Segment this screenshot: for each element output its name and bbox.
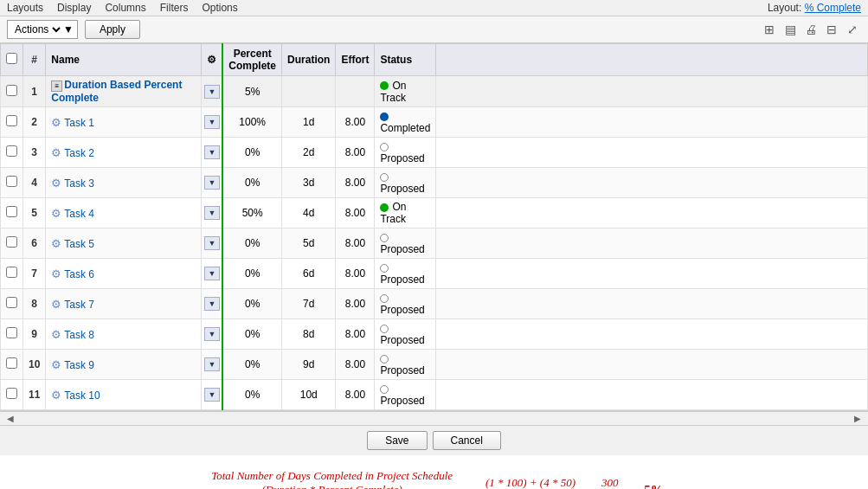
row-checkbox-cell[interactable] <box>1 350 23 380</box>
row-num: 7 <box>23 259 46 289</box>
row-name-link[interactable]: Task 9 <box>64 359 94 371</box>
row-dropdown-arrow[interactable]: ▼ <box>204 357 220 371</box>
print-icon[interactable]: 🖨 <box>802 21 820 38</box>
row-dropdown-cell[interactable]: ▼ <box>202 319 223 350</box>
row-checkbox[interactable] <box>6 145 17 157</box>
formula-equals-3: = <box>627 486 634 490</box>
status-dot-icon <box>380 385 389 394</box>
row-dropdown-cell[interactable]: ▼ <box>202 259 223 289</box>
row-duration: 6d <box>282 259 336 289</box>
row-name-link[interactable]: Task 1 <box>64 117 94 129</box>
row-dropdown-arrow[interactable]: ▼ <box>204 115 220 129</box>
menu-filters[interactable]: Filters <box>160 2 189 14</box>
row-checkbox-cell[interactable] <box>1 168 23 198</box>
expand-icon[interactable]: ⤢ <box>844 21 861 38</box>
select-all-checkbox[interactable] <box>6 53 17 64</box>
row-num: 3 <box>23 138 46 168</box>
header-pct-complete: PercentComplete <box>222 44 281 76</box>
row-name-link[interactable]: Task 5 <box>64 238 94 250</box>
row-checkbox[interactable] <box>6 85 17 96</box>
row-checkbox[interactable] <box>6 176 17 187</box>
row-status: Proposed <box>375 228 436 259</box>
row-dropdown-arrow[interactable]: ▼ <box>204 145 220 159</box>
row-dropdown-arrow[interactable]: ▼ <box>204 206 220 220</box>
row-dropdown-cell[interactable]: ▼ <box>202 138 223 168</box>
row-dropdown-arrow[interactable]: ▼ <box>204 327 220 341</box>
scroll-left-icon[interactable]: ◀ <box>7 414 14 423</box>
row-effort: 8.00 <box>336 259 375 289</box>
row-duration <box>282 76 336 107</box>
row-dropdown-cell[interactable]: ▼ <box>202 168 223 198</box>
scroll-right-icon[interactable]: ▶ <box>854 414 861 423</box>
cancel-button[interactable]: Cancel <box>433 431 501 450</box>
row-dropdown-cell[interactable]: ▼ <box>202 198 223 228</box>
row-dropdown-arrow[interactable]: ▼ <box>204 236 220 250</box>
row-duration: 8d <box>282 319 336 350</box>
menu-columns[interactable]: Columns <box>105 2 145 14</box>
menu-display[interactable]: Display <box>57 2 91 14</box>
status-dot-icon <box>380 173 389 182</box>
actions-select[interactable]: Actions ▼ <box>7 20 78 39</box>
row-checkbox-cell[interactable] <box>1 138 23 168</box>
row-checkbox[interactable] <box>6 297 17 308</box>
row-checkbox[interactable] <box>6 267 17 278</box>
actions-dropdown[interactable]: Actions <box>11 23 63 36</box>
row-checkbox-cell[interactable] <box>1 380 23 410</box>
row-name-link[interactable]: Task 2 <box>64 147 94 159</box>
row-checkbox-cell[interactable] <box>1 107 23 138</box>
header-checkbox[interactable] <box>1 44 23 76</box>
row-checkbox[interactable] <box>6 115 17 126</box>
grid-icon[interactable]: ⊞ <box>761 21 778 38</box>
row-name-cell: ⚙Task 10 <box>46 380 202 410</box>
row-dropdown-arrow[interactable]: ▼ <box>204 176 220 190</box>
row-dropdown-cell[interactable]: ▼ <box>202 289 223 319</box>
row-pct-complete: 0% <box>222 380 281 410</box>
row-checkbox[interactable] <box>6 236 17 248</box>
save-button[interactable]: Save <box>367 431 427 450</box>
row-extra <box>436 76 868 107</box>
row-name-link[interactable]: Task 10 <box>64 389 100 402</box>
row-name-link[interactable]: Task 4 <box>64 208 94 220</box>
menu-layouts[interactable]: Layouts <box>7 2 43 14</box>
row-dropdown-arrow[interactable]: ▼ <box>204 297 220 311</box>
row-dropdown-arrow[interactable]: ▼ <box>204 267 220 280</box>
status-dot-icon <box>380 81 389 90</box>
list-icon[interactable]: ▤ <box>781 21 799 38</box>
row-extra <box>436 228 868 259</box>
row-checkbox-cell[interactable] <box>1 228 23 259</box>
row-checkbox[interactable] <box>6 357 17 369</box>
row-dropdown-cell[interactable]: ▼ <box>202 350 223 380</box>
apply-button[interactable]: Apply <box>85 20 140 39</box>
formula-calc1-num: (1 * 100) + (4 * 50) <box>485 476 575 489</box>
row-dropdown-cell[interactable]: ▼ <box>202 380 223 410</box>
row-dropdown-cell[interactable]: ▼ <box>202 228 223 259</box>
row-checkbox-cell[interactable] <box>1 289 23 319</box>
row-checkbox[interactable] <box>6 388 17 399</box>
row-extra <box>436 319 868 350</box>
row-checkbox-cell[interactable] <box>1 76 23 107</box>
row-checkbox-cell[interactable] <box>1 259 23 289</box>
row-dropdown-arrow[interactable]: ▼ <box>204 85 220 99</box>
layout-link[interactable]: % Complete <box>805 2 861 14</box>
row-extra <box>436 168 868 198</box>
horizontal-scrollbar[interactable]: ◀ ▶ <box>0 411 868 425</box>
row-checkbox-cell[interactable] <box>1 319 23 350</box>
row-checkbox[interactable] <box>6 327 17 338</box>
menu-options[interactable]: Options <box>202 2 237 14</box>
row-name-link[interactable]: Task 7 <box>64 299 94 311</box>
row-dropdown-cell[interactable]: ▼ <box>202 107 223 138</box>
row-checkbox[interactable] <box>6 206 17 217</box>
row-name-link[interactable]: Task 6 <box>64 268 94 280</box>
row-status: Proposed <box>375 350 436 380</box>
columns-icon[interactable]: ⊟ <box>823 21 840 38</box>
header-settings: ⚙ <box>202 44 223 76</box>
project-expand-icon[interactable]: ≡ <box>51 80 62 92</box>
status-text: Proposed <box>380 152 424 164</box>
row-name-link[interactable]: Duration Based Percent Complete <box>51 79 182 104</box>
row-dropdown-arrow[interactable]: ▼ <box>204 388 220 402</box>
row-name-link[interactable]: Task 3 <box>64 177 94 190</box>
table-row: 5⚙Task 4▼50%4d8.00On Track <box>1 198 868 228</box>
row-checkbox-cell[interactable] <box>1 198 23 228</box>
row-name-link[interactable]: Task 8 <box>64 329 94 341</box>
row-dropdown-cell[interactable]: ▼ <box>202 76 223 107</box>
